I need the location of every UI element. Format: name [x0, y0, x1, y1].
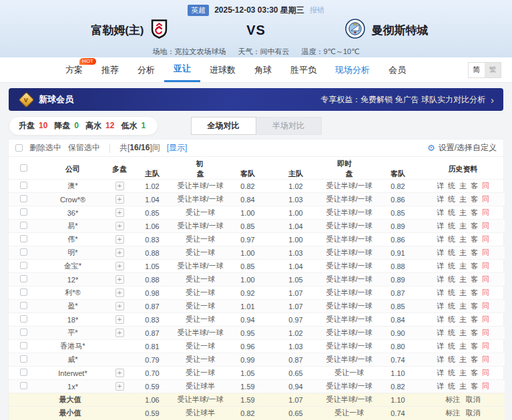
history-link-stats[interactable]: 统 — [448, 181, 455, 191]
tab-membership[interactable]: 会员 — [379, 57, 415, 82]
company-cell[interactable]: 明* — [38, 246, 107, 260]
settings-button[interactable]: ⚙ 设置/选择自定义 — [427, 142, 497, 154]
history-link-same[interactable]: 同 — [482, 261, 489, 271]
history-link-stats[interactable]: 统 — [448, 194, 455, 204]
history-link-same[interactable]: 同 — [482, 208, 489, 218]
multi-expand-button[interactable]: + — [115, 235, 124, 244]
history-link-away[interactable]: 客 — [471, 234, 478, 244]
history-link-detail[interactable]: 详 — [437, 301, 444, 311]
select-all-checkbox[interactable] — [20, 164, 27, 172]
history-link-stats[interactable]: 统 — [448, 368, 455, 378]
history-link-detail[interactable]: 详 — [437, 381, 444, 391]
history-link-home[interactable]: 主 — [459, 234, 467, 244]
history-link-detail[interactable]: 详 — [437, 221, 444, 231]
history-link-stats[interactable]: 统 — [448, 355, 455, 365]
multi-expand-button[interactable]: + — [115, 208, 124, 217]
tab-plans[interactable]: 方案 HOT — [56, 57, 92, 82]
report-error-link[interactable]: 报错 — [310, 5, 324, 15]
row-checkbox[interactable] — [20, 355, 27, 363]
history-link-detail[interactable]: 详 — [437, 261, 444, 271]
history-link-detail[interactable]: 详 — [437, 181, 444, 191]
history-link-same[interactable]: 同 — [482, 314, 489, 325]
multi-expand-button[interactable]: + — [115, 195, 124, 204]
row-checkbox[interactable] — [20, 275, 27, 282]
mark-link[interactable]: 标注 — [446, 395, 461, 405]
row-checkbox[interactable] — [20, 302, 27, 309]
row-checkbox[interactable] — [20, 369, 27, 376]
tab-goals[interactable]: 进球数 — [200, 57, 245, 82]
history-link-home[interactable]: 主 — [459, 208, 467, 218]
row-checkbox[interactable] — [20, 208, 27, 216]
multi-expand-button[interactable]: + — [115, 248, 124, 257]
history-link-home[interactable]: 主 — [459, 314, 467, 325]
history-link-home[interactable]: 主 — [459, 248, 467, 258]
multi-expand-button[interactable]: + — [115, 302, 124, 310]
chevron-right-icon[interactable]: › — [491, 94, 494, 106]
history-link-home[interactable]: 主 — [459, 328, 467, 338]
row-checkbox[interactable] — [20, 222, 27, 229]
history-link-home[interactable]: 主 — [459, 221, 467, 231]
history-link-stats[interactable]: 统 — [448, 208, 455, 218]
company-cell[interactable]: 18* — [38, 313, 107, 327]
multi-expand-button[interactable]: + — [115, 315, 124, 324]
history-link-away[interactable]: 客 — [471, 261, 478, 271]
company-cell[interactable]: 金宝* — [38, 260, 107, 273]
tab-analysis[interactable]: 分析 — [128, 57, 164, 82]
history-link-home[interactable]: 主 — [459, 301, 467, 311]
company-cell[interactable]: 澳* — [38, 180, 107, 193]
history-link-home[interactable]: 主 — [459, 288, 467, 298]
history-link-stats[interactable]: 统 — [448, 301, 455, 311]
history-link-away[interactable]: 客 — [471, 208, 478, 218]
history-link-away[interactable]: 客 — [471, 341, 478, 351]
history-link-away[interactable]: 客 — [471, 194, 478, 204]
history-link-detail[interactable]: 详 — [437, 328, 444, 338]
history-link-away[interactable]: 客 — [471, 288, 478, 298]
history-link-same[interactable]: 同 — [482, 274, 489, 284]
company-cell[interactable]: 威* — [38, 353, 107, 367]
history-link-detail[interactable]: 详 — [437, 194, 444, 204]
full-match-tab[interactable]: 全场对比 — [191, 117, 256, 135]
multi-expand-button[interactable]: + — [115, 382, 124, 391]
history-link-detail[interactable]: 详 — [437, 355, 444, 365]
tab-recommend[interactable]: 推荐 — [92, 57, 128, 82]
company-cell[interactable]: 伟* — [38, 233, 107, 246]
history-link-same[interactable]: 同 — [482, 248, 489, 258]
tab-1x2[interactable]: 胜平负 — [281, 57, 326, 82]
history-link-same[interactable]: 同 — [482, 288, 489, 298]
history-link-away[interactable]: 客 — [471, 355, 478, 365]
history-link-stats[interactable]: 统 — [448, 234, 455, 244]
history-link-stats[interactable]: 统 — [448, 381, 455, 391]
history-link-home[interactable]: 主 — [459, 341, 467, 351]
row-checkbox[interactable] — [20, 382, 27, 389]
company-cell[interactable]: 利*® — [38, 286, 107, 300]
history-link-detail[interactable]: 详 — [437, 248, 444, 258]
history-link-away[interactable]: 客 — [471, 301, 478, 311]
multi-expand-button[interactable]: + — [115, 222, 124, 230]
row-checkbox[interactable] — [20, 329, 27, 336]
tab-corners[interactable]: 角球 — [245, 57, 281, 82]
history-link-stats[interactable]: 统 — [448, 261, 455, 271]
history-link-home[interactable]: 主 — [459, 355, 467, 365]
history-link-stats[interactable]: 统 — [448, 341, 455, 351]
toolbar-checkbox[interactable] — [15, 144, 23, 152]
row-checkbox[interactable] — [20, 182, 27, 189]
multi-expand-button[interactable]: + — [115, 329, 124, 337]
vip-banner[interactable]: V 新球会员 专享权益：免费解锁 免广告 球队实力对比分析 › — [9, 88, 503, 111]
history-link-same[interactable]: 同 — [482, 328, 489, 338]
row-checkbox[interactable] — [20, 235, 27, 242]
row-checkbox[interactable] — [20, 315, 27, 323]
tab-asian-handicap[interactable]: 亚让 — [164, 57, 200, 82]
history-link-detail[interactable]: 详 — [437, 314, 444, 325]
multi-expand-button[interactable]: + — [115, 369, 124, 377]
history-link-stats[interactable]: 统 — [448, 274, 455, 284]
history-link-away[interactable]: 客 — [471, 368, 478, 378]
company-cell[interactable]: 平* — [38, 327, 107, 340]
history-link-home[interactable]: 主 — [459, 261, 467, 271]
history-link-away[interactable]: 客 — [471, 381, 478, 391]
history-link-detail[interactable]: 详 — [437, 234, 444, 244]
multi-expand-button[interactable]: + — [115, 182, 124, 190]
company-cell[interactable]: 1x* — [38, 380, 107, 393]
row-checkbox[interactable] — [20, 342, 27, 349]
history-link-away[interactable]: 客 — [471, 274, 478, 284]
history-link-detail[interactable]: 详 — [437, 274, 444, 284]
